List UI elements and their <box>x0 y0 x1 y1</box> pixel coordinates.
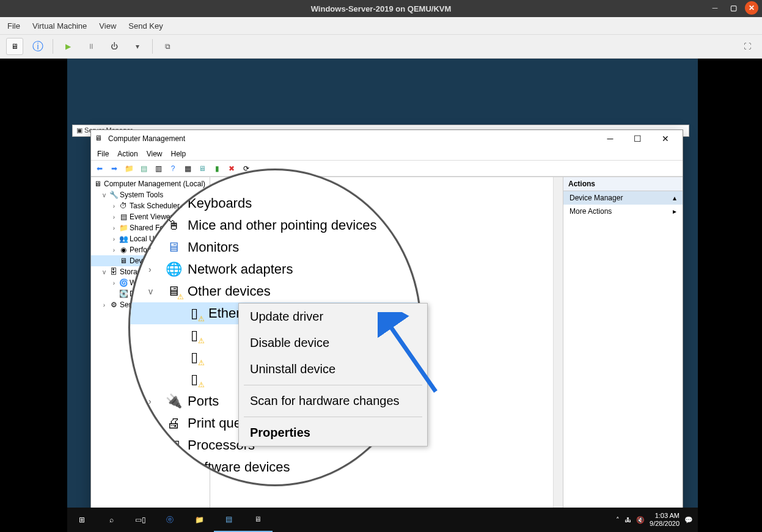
ctx-uninstall-device[interactable]: Uninstall device <box>239 356 427 382</box>
category-other-devices[interactable]: v🖥Other devices <box>128 280 422 302</box>
vm-snapshot-button[interactable]: ⧉ <box>159 38 176 55</box>
tools-icon: 🔧 <box>109 191 118 199</box>
collapse-icon[interactable]: v <box>101 269 108 275</box>
backup-icon: 🌀 <box>119 279 128 287</box>
ctx-update-driver[interactable]: Update driver <box>239 304 427 330</box>
vertical-scrollbar[interactable] <box>553 177 563 532</box>
fullscreen-icon: ⛶ <box>744 42 751 51</box>
play-icon: ▶ <box>65 42 71 51</box>
vm-menu-send-key[interactable]: Send Key <box>128 21 163 31</box>
remove-icon: ✖ <box>229 164 235 173</box>
actions-more-actions[interactable]: More Actions▸ <box>563 205 683 218</box>
monitor-icon: 🖥 <box>199 164 206 173</box>
window-titlebar[interactable]: 🖥 Computer Management ─ ☐ ✕ <box>91 130 683 147</box>
add-button[interactable]: ▮ <box>211 162 223 175</box>
tree-root[interactable]: 🖥Computer Management (Local) <box>91 178 210 189</box>
folder-icon: 📁 <box>125 164 134 173</box>
actions-header: Actions <box>563 177 683 191</box>
show-hidden-button[interactable]: 🖥 <box>196 162 208 175</box>
expand-icon[interactable]: › <box>111 236 117 242</box>
vm-power-button[interactable]: ⏻ <box>106 38 123 55</box>
menu-help[interactable]: Help <box>171 150 186 158</box>
vm-pause-button[interactable]: ⏸ <box>82 38 100 55</box>
search-button[interactable]: ⌕ <box>97 508 126 532</box>
menu-action[interactable]: Action <box>117 150 137 158</box>
expand-icon[interactable]: › <box>148 396 159 406</box>
view-button[interactable]: ▤ <box>137 162 150 175</box>
vm-maximize-button[interactable]: ▢ <box>727 1 740 15</box>
menu-file[interactable]: File <box>97 150 109 158</box>
ctx-disable-device[interactable]: Disable device <box>239 330 427 356</box>
taskbar-server-manager[interactable]: ▤ <box>214 508 243 532</box>
taskbar-clock[interactable]: 1:03 AM 9/28/2020 <box>650 512 680 528</box>
expand-icon[interactable]: › <box>148 264 159 274</box>
perf-icon: ◉ <box>119 246 128 254</box>
properties-button[interactable]: ▥ <box>152 162 164 175</box>
vm-play-button[interactable]: ▶ <box>59 38 76 55</box>
ports-icon: 🔌 <box>166 394 181 409</box>
ctx-properties[interactable]: Properties <box>239 420 427 446</box>
help-button[interactable]: ? <box>167 162 179 175</box>
expand-icon[interactable]: › <box>111 225 117 231</box>
close-button[interactable]: ✕ <box>651 130 679 147</box>
vm-menu-view[interactable]: View <box>99 21 116 31</box>
windows-icon: ⊞ <box>79 516 85 524</box>
taskbar-ie[interactable]: ⓔ <box>155 508 185 532</box>
expand-icon[interactable]: › <box>148 242 159 252</box>
tray-chevron-icon[interactable]: ˄ <box>616 516 620 524</box>
taskbar-computer-management[interactable]: 🖥 <box>243 508 273 532</box>
back-button[interactable]: ⬅ <box>93 162 106 175</box>
separator <box>53 39 53 54</box>
expand-icon[interactable]: › <box>111 203 117 210</box>
help-icon: ? <box>171 164 175 173</box>
vm-titlebar[interactable]: Windows-Server-2019 on QEMU/KVM ─ ▢ ✕ <box>0 0 762 17</box>
refresh-icon: ▦ <box>185 164 191 173</box>
forward-button[interactable]: ➡ <box>108 162 120 175</box>
vm-fullscreen-button[interactable]: ⛶ <box>739 38 756 55</box>
vm-info-button[interactable]: ⓘ <box>29 38 46 55</box>
taskbar-explorer[interactable]: 📁 <box>185 508 214 532</box>
vm-power-dropdown[interactable]: ▾ <box>129 38 146 55</box>
tray-network-icon[interactable]: 🖧 <box>625 516 631 523</box>
minimize-button[interactable]: ─ <box>596 130 624 147</box>
ctx-scan-hardware[interactable]: Scan for hardware changes <box>239 388 427 414</box>
up-button[interactable]: 📁 <box>123 162 135 175</box>
expand-icon[interactable]: › <box>101 302 108 308</box>
separator <box>152 39 153 54</box>
vm-menu-file[interactable]: File <box>7 21 20 31</box>
actions-device-manager[interactable]: Device Manager▴ <box>563 191 683 205</box>
toolbar: ⬅ ➡ 📁 ▤ ▥ ? ▦ 🖥 ▮ ✖ ⟳ <box>91 161 683 177</box>
disk-icon: 💽 <box>119 290 128 298</box>
clock-icon: ⏱ <box>119 202 128 210</box>
actions-pane: Actions Device Manager▴ More Actions▸ <box>563 177 683 532</box>
arrow-right-icon: ➡ <box>111 164 117 173</box>
vm-minimize-button[interactable]: ─ <box>708 1 722 15</box>
window-title: Computer Management <box>108 134 185 143</box>
vm-menu-virtual-machine[interactable]: Virtual Machine <box>32 21 87 31</box>
task-view-button[interactable]: ▭▯ <box>126 508 155 532</box>
list-icon: ▤ <box>141 164 147 173</box>
ie-icon: ⓔ <box>166 515 174 525</box>
page-icon: ▥ <box>155 164 162 173</box>
expand-icon[interactable]: › <box>111 247 117 253</box>
menu-view[interactable]: View <box>147 150 163 158</box>
vm-toolbar: 🖥 ⓘ ▶ ⏸ ⏻ ▾ ⧉ ⛶ <box>0 34 762 59</box>
maximize-button[interactable]: ☐ <box>624 130 651 147</box>
folder-icon: 📁 <box>119 224 128 232</box>
refresh-button[interactable]: ▦ <box>181 162 194 175</box>
expand-icon[interactable]: › <box>111 214 117 220</box>
remove-button[interactable]: ✖ <box>225 162 238 175</box>
collapse-icon[interactable]: v <box>148 286 159 296</box>
start-button[interactable]: ⊞ <box>67 508 97 532</box>
printer-icon: 🖨 <box>166 416 181 431</box>
category-monitors[interactable]: ›🖥Monitors <box>128 236 422 258</box>
category-network[interactable]: ›🌐Network adapters <box>128 258 422 280</box>
separator <box>244 385 422 385</box>
expand-icon[interactable]: › <box>111 280 117 286</box>
notifications-button[interactable]: 💬 <box>684 516 693 524</box>
collapse-icon[interactable]: v <box>101 192 108 199</box>
tray-volume-icon[interactable]: 🔇 <box>636 516 645 524</box>
category-mice[interactable]: ›🖱Mice and other pointing devices <box>128 214 422 236</box>
vm-close-button[interactable]: ✕ <box>745 1 758 15</box>
vm-console-button[interactable]: 🖥 <box>6 38 23 55</box>
